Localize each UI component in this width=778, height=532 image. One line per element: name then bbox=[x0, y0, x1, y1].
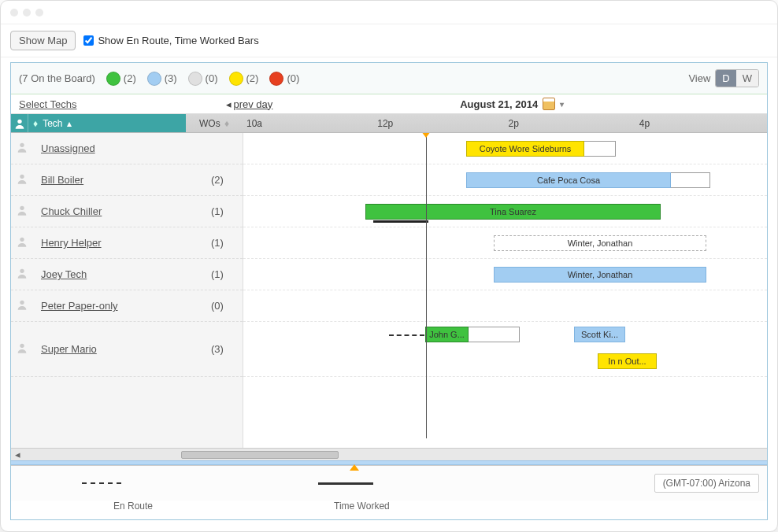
tech-row[interactable]: Peter Paper-only (0) bbox=[11, 290, 243, 322]
horizontal-scrollbar[interactable]: ◂ bbox=[11, 448, 767, 460]
wos-header-label: WOs bbox=[199, 118, 220, 129]
chevron-down-icon[interactable]: ▾ bbox=[560, 100, 564, 109]
tech-row[interactable]: Henry Helper (1) bbox=[11, 227, 243, 259]
content: (7 On the Board) (2) (3) (0) (2) bbox=[1, 57, 777, 531]
scroll-left-icon[interactable]: ◂ bbox=[11, 449, 24, 460]
wo-count: (1) bbox=[211, 205, 243, 217]
hour-label: 4p bbox=[636, 118, 767, 129]
tech-list: Unassigned Bill Boiler (2) Chuck Chiller… bbox=[11, 133, 243, 448]
show-bars-checkbox-input[interactable] bbox=[83, 35, 94, 46]
scroll-thumb[interactable] bbox=[181, 451, 339, 459]
timezone-box[interactable]: (GMT-07:00) Arizona bbox=[654, 474, 759, 493]
wo-count: (1) bbox=[211, 268, 243, 280]
tech-row[interactable]: Joey Tech (1) bbox=[11, 259, 243, 290]
show-bars-checkbox[interactable]: Show En Route, Time Worked Bars bbox=[83, 35, 258, 46]
status-circle-icon bbox=[269, 72, 283, 86]
status-red[interactable]: (0) bbox=[269, 72, 299, 86]
work-order-bar-ext[interactable] bbox=[469, 327, 520, 342]
wo-count: (1) bbox=[211, 237, 243, 249]
tech-row[interactable]: Super Mario (3) bbox=[11, 322, 243, 377]
work-order-bar[interactable]: In n Out... bbox=[598, 353, 657, 369]
toolbar: Show Map Show En Route, Time Worked Bars bbox=[1, 24, 777, 57]
show-map-button[interactable]: Show Map bbox=[10, 31, 76, 50]
footer-labels: En Route Time Worked bbox=[11, 501, 767, 519]
work-order-bar-ext[interactable] bbox=[584, 141, 616, 157]
person-icon bbox=[16, 172, 33, 187]
status-count: (3) bbox=[165, 72, 177, 84]
svg-point-4 bbox=[20, 238, 24, 242]
work-order-bar[interactable]: Scott Ki... bbox=[574, 327, 625, 342]
view-toggle: View D W bbox=[688, 69, 759, 87]
calendar-icon[interactable] bbox=[543, 98, 555, 110]
person-icon bbox=[16, 342, 33, 357]
en-route-legend bbox=[82, 482, 121, 484]
hour-label: 2p bbox=[506, 118, 636, 129]
status-gray[interactable]: (0) bbox=[188, 72, 218, 86]
status-green[interactable]: (2) bbox=[106, 72, 136, 86]
chevron-left-icon: ◂ bbox=[226, 98, 232, 110]
date-text: August 21, 2014 bbox=[460, 98, 538, 110]
person-icon bbox=[16, 267, 33, 282]
person-icon bbox=[16, 141, 33, 156]
tech-row[interactable]: Bill Boiler (2) bbox=[11, 164, 243, 196]
current-date: August 21, 2014 ▾ bbox=[375, 98, 649, 110]
tech-name[interactable]: Bill Boiler bbox=[41, 174, 203, 186]
work-order-bar[interactable]: Cafe Poca Cosa bbox=[466, 172, 671, 188]
work-order-bar[interactable]: Winter, Jonathan bbox=[494, 267, 706, 283]
status-count: (2) bbox=[124, 72, 136, 84]
status-count: (2) bbox=[246, 72, 259, 84]
work-order-bar-dashed[interactable]: Winter, Jonathan bbox=[494, 235, 706, 251]
schedule-panel: (7 On the Board) (2) (3) (0) (2) bbox=[10, 62, 768, 520]
work-order-bar[interactable]: Tina Suarez bbox=[365, 204, 661, 220]
work-order-bar-ext[interactable] bbox=[671, 172, 710, 188]
status-circle-icon bbox=[106, 72, 120, 86]
titlebar bbox=[1, 1, 777, 24]
en-route-line bbox=[389, 334, 424, 336]
tech-name[interactable]: Unassigned bbox=[41, 142, 203, 154]
status-circle-icon bbox=[147, 72, 161, 86]
prev-day-label: prev day bbox=[233, 98, 272, 110]
view-week[interactable]: W bbox=[736, 70, 758, 87]
wos-column-header[interactable]: WOs ♦ bbox=[196, 118, 243, 129]
status-circle-icon bbox=[229, 72, 243, 86]
tech-row-unassigned[interactable]: Unassigned bbox=[11, 133, 243, 164]
status-count: (0) bbox=[206, 72, 218, 84]
svg-point-0 bbox=[17, 119, 21, 123]
select-techs-link[interactable]: Select Techs bbox=[19, 98, 76, 110]
tech-column-header[interactable]: ♦ Tech ▴ bbox=[11, 114, 196, 132]
svg-point-2 bbox=[20, 175, 24, 179]
show-bars-label: Show En Route, Time Worked Bars bbox=[98, 35, 258, 46]
footer: (GMT-07:00) Arizona bbox=[11, 465, 767, 501]
time-worked-legend bbox=[318, 482, 373, 485]
tech-name[interactable]: Super Mario bbox=[41, 343, 203, 355]
app-window: Show Map Show En Route, Time Worked Bars… bbox=[0, 0, 778, 532]
wo-count: (0) bbox=[211, 300, 243, 312]
tech-name[interactable]: Joey Tech bbox=[41, 268, 203, 280]
work-order-bar[interactable]: John G... bbox=[425, 327, 469, 342]
view-label: View bbox=[688, 72, 710, 84]
tech-header-label: Tech bbox=[43, 118, 62, 129]
now-line bbox=[426, 133, 427, 438]
tech-name[interactable]: Chuck Chiller bbox=[41, 205, 203, 217]
tech-name[interactable]: Henry Helper bbox=[41, 237, 203, 249]
wo-count: (2) bbox=[211, 174, 243, 186]
view-day[interactable]: D bbox=[716, 70, 735, 87]
status-yellow[interactable]: (2) bbox=[229, 72, 259, 86]
work-order-bar[interactable]: Coyote Wore Sideburns bbox=[466, 141, 584, 157]
sort-asc-icon: ▴ bbox=[67, 118, 72, 129]
window-dot bbox=[23, 9, 31, 17]
hour-label: 12p bbox=[374, 118, 505, 129]
date-nav-row: Select Techs ◂ prev day August 21, 2014 … bbox=[11, 94, 767, 114]
window-dot bbox=[35, 9, 43, 17]
timeline[interactable]: Coyote Wore Sideburns Cafe Poca Cosa Tin… bbox=[243, 133, 767, 448]
tech-name[interactable]: Peter Paper-only bbox=[41, 300, 203, 312]
tech-row[interactable]: Chuck Chiller (1) bbox=[11, 196, 243, 227]
sort-icon: ♦ bbox=[224, 118, 229, 129]
time-worked-bar bbox=[373, 220, 428, 223]
svg-point-5 bbox=[20, 269, 24, 273]
status-blue[interactable]: (3) bbox=[147, 72, 177, 86]
legend-row: (7 On the Board) (2) (3) (0) (2) bbox=[11, 63, 767, 94]
svg-point-1 bbox=[20, 143, 24, 147]
svg-point-7 bbox=[20, 344, 24, 348]
prev-day-button[interactable]: ◂ prev day bbox=[226, 98, 272, 110]
